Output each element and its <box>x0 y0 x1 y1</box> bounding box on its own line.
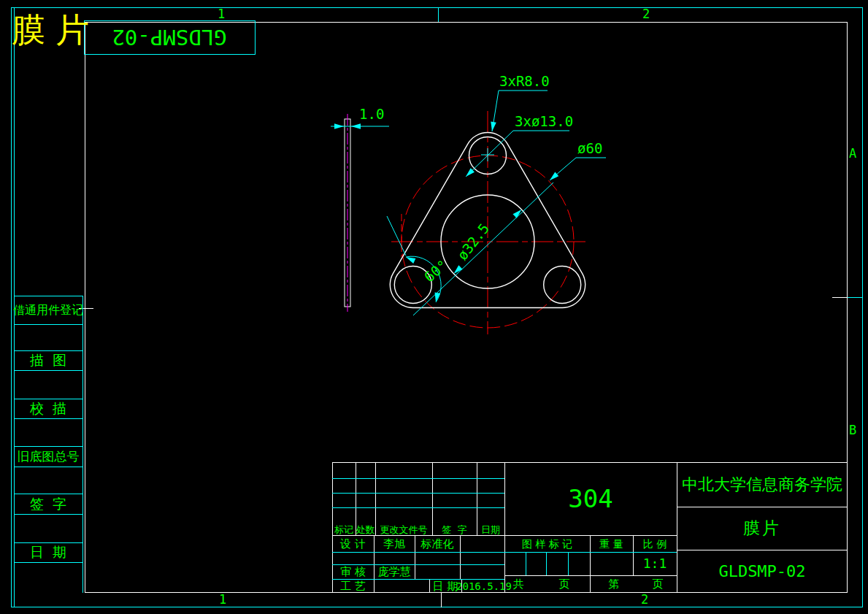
tb-header-count: 处数 <box>356 523 375 535</box>
cad-drawing-viewport: 1 2 1 2 A B 膜片 GLDSMP-02 借通用件登记 描 图 校 描 … <box>0 0 868 614</box>
sidebar-item-tracing: 描 图 <box>14 350 82 370</box>
dim-corner-radius: 3xR8.0 <box>499 74 550 88</box>
sidebar-item-signature: 签 字 <box>14 494 82 514</box>
tb-stamp-scale-value: 1:1 <box>633 554 677 573</box>
tb-designer: 李旭 <box>374 537 415 551</box>
zone-marker-bottom-2: 2 <box>641 594 648 606</box>
tb-stamp-page-word: 页 <box>647 577 669 591</box>
tb-stamp-page-label: 第 <box>603 577 625 591</box>
tb-header-date: 日期 <box>477 523 504 535</box>
dim-thickness: 1.0 <box>359 107 384 121</box>
zone-marker-top-2: 2 <box>642 8 650 20</box>
corner-drawing-no-flipped: GLDSMP-02 <box>84 20 255 54</box>
sidebar-item-old-drawing-no: 旧底图总号 <box>14 446 82 467</box>
tb-date-value: 2016.5.19 <box>460 580 508 593</box>
sidebar-item-check-tracing: 校 描 <box>14 399 82 418</box>
tb-process-label: 工 艺 <box>332 580 374 593</box>
tb-school: 中北大学信息商务学院 <box>677 462 848 507</box>
tb-design-label: 设 计 <box>332 537 374 551</box>
sidebar-item-borrow-register: 借通用件登记 <box>14 296 82 324</box>
zone-marker-right-a: A <box>849 147 856 160</box>
part-side-view <box>345 114 350 312</box>
tb-header-mark: 标记 <box>332 523 356 535</box>
tb-drawing-no: GLDSMP-02 <box>677 550 848 593</box>
tb-check-label: 审 核 <box>332 565 374 578</box>
tb-stamp-weight-label: 重 量 <box>590 537 633 551</box>
tb-stamp-mark-label: 图 样 标 记 <box>504 537 590 551</box>
sidebar-item-date: 日 期 <box>14 542 82 562</box>
dim-bolt-circle: ø60 <box>577 142 602 156</box>
tb-header-doc-no: 更改文件号 <box>375 523 432 535</box>
dim-hole-diameter: 3xø13.0 <box>515 115 573 128</box>
zone-marker-bottom-1: 1 <box>219 594 226 606</box>
tb-part-name: 膜片 <box>677 507 848 550</box>
tb-stamp-scale-label: 比 例 <box>633 537 677 551</box>
zone-marker-top-1: 1 <box>218 8 225 20</box>
tb-header-sign: 签 字 <box>432 523 477 535</box>
dimension-arrows <box>334 122 558 303</box>
tb-stamp-total-label: 共 <box>507 577 529 591</box>
tb-standard-label: 标准化 <box>415 537 460 551</box>
tb-stamp-total-pages: 页 <box>553 577 575 591</box>
tb-checker: 庞学慧 <box>374 565 415 578</box>
zone-marker-right-b: B <box>849 424 856 437</box>
tb-material: 304 <box>504 462 677 535</box>
